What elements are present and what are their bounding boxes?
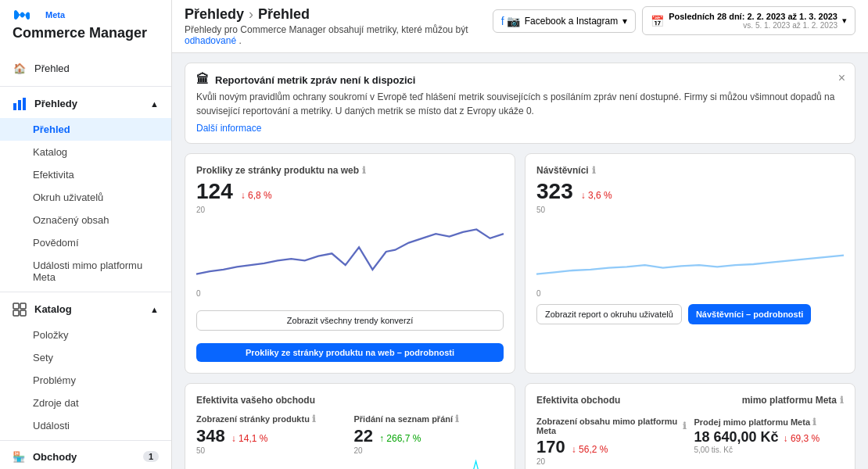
card1-btn2[interactable]: Prokliky ze stránky produktu na web – po…: [196, 343, 504, 362]
card3-sub1-info[interactable]: ℹ: [312, 414, 316, 424]
card2-title: Návštěvníci ℹ: [536, 165, 844, 176]
prehledy-label: Přehledy: [34, 98, 77, 109]
card1-value: 124: [196, 179, 233, 204]
alert-title: 🏛 Reportování metrik zpráv není k dispoz…: [196, 73, 844, 87]
sidebar-item-zdroje[interactable]: Zdroje dat: [0, 392, 171, 414]
card4-sub2-title: Prodej mimo platformu Meta ℹ: [694, 417, 845, 428]
card4-sub1-value: 170: [536, 437, 565, 457]
nav-divider: [0, 86, 171, 87]
card1-title-text: Prokliky ze stránky produktu na web: [196, 165, 359, 176]
fb-ig-icons: f 📷: [501, 15, 520, 27]
sidebar-header: Meta Commerce Manager: [0, 0, 171, 48]
top-bar-right: f 📷 Facebook a Instagram ▾ 📅 Posledních …: [493, 6, 855, 35]
card3-sub2-info[interactable]: ℹ: [455, 414, 459, 424]
sidebar-item-label: Přehled: [34, 63, 70, 74]
card3-sub-metrics: Zobrazení stránky produktu ℹ 348 ↓ 14,1 …: [196, 414, 504, 469]
main-content: Přehledy › Přehled Přehledy pro Commerce…: [172, 0, 868, 469]
meta-text: Meta: [45, 10, 65, 20]
card2-btn2[interactable]: Návštěvníci – podrobnosti: [688, 304, 812, 324]
sidebar-item-povedomí[interactable]: Povědomí: [0, 231, 171, 254]
card3-sub1-sparkline: [196, 455, 346, 469]
sidebar-item-efektivita[interactable]: Efektivita: [0, 163, 171, 186]
svg-rect-0: [13, 103, 16, 110]
content-area: 🏛 Reportování metrik zpráv není k dispoz…: [172, 53, 868, 469]
card3-title: Efektivita vašeho obchodu: [196, 395, 504, 406]
sidebar-item-polozky[interactable]: Položky: [0, 324, 171, 346]
card4-info-icon[interactable]: ℹ: [840, 395, 844, 406]
card3-sub2-y-max: 20: [354, 446, 504, 455]
card4-sub2-sparkline: [694, 454, 845, 469]
alert-close-button[interactable]: ×: [838, 71, 845, 85]
card4-sub1-chart: [536, 466, 687, 469]
grid-icon: [13, 303, 27, 317]
subtitle-text: Přehledy pro Commerce Manager obsahují m…: [185, 24, 468, 35]
alert-text: Kvůli novým pravidlům ochrany soukromí v…: [196, 90, 844, 118]
card4-sub2-title-text: Prodej mimo platformu Meta: [694, 417, 811, 427]
card4-title2: mimo platformu Meta ℹ: [742, 395, 844, 406]
facebook-icon: f: [501, 15, 504, 27]
card2-info-icon[interactable]: ℹ: [592, 165, 596, 176]
card2-title-text: Návštěvníci: [536, 165, 589, 176]
alert-banner: 🏛 Reportování metrik zpráv není k dispoz…: [185, 63, 855, 144]
card4-title-text: Efektivita obchodu: [536, 395, 620, 406]
card3-sub1-value: 348: [196, 426, 225, 446]
sidebar-section-obchody[interactable]: 🏪 Obchody 1: [0, 444, 171, 469]
card3-sub2-delta: ↑ 266,7 %: [379, 433, 421, 444]
card1-y-max: 20: [196, 206, 215, 214]
sidebar-section-prehledy[interactable]: Přehledy ▲: [0, 90, 171, 118]
card3-title-text: Efektivita vašeho obchodu: [196, 395, 315, 406]
obchody-badge: 1: [143, 451, 159, 462]
card2-y-min: 0: [536, 289, 844, 298]
svg-rect-3: [13, 303, 19, 309]
sidebar-item-problemy[interactable]: Problémy: [0, 369, 171, 392]
card4-sub2-chart: [694, 454, 845, 469]
card4-sub1-sparkline: [536, 466, 687, 469]
svg-rect-2: [23, 98, 26, 110]
date-range-button[interactable]: 📅 Posledních 28 dní: 2. 2. 2023 až 1. 3.…: [642, 6, 855, 35]
sidebar-item-katalog[interactable]: Katalog: [0, 141, 171, 163]
fb-ig-filter-button[interactable]: f 📷 Facebook a Instagram ▾: [493, 9, 636, 33]
shop-icon: 🏪: [13, 451, 25, 463]
svg-rect-6: [20, 310, 26, 316]
sidebar-section-katalog[interactable]: Katalog ▲: [0, 295, 171, 324]
fb-ig-chevron: ▾: [622, 16, 627, 27]
sidebar-item-sety[interactable]: Sety: [0, 346, 171, 369]
sidebar-item-udalosti-mimo[interactable]: Události mimo platformu Meta: [0, 254, 171, 288]
card2-sparkline: [536, 220, 844, 283]
subtitle-link[interactable]: odhadované: [185, 35, 236, 46]
card1-actions: Zobrazit všechny trendy konverzí Proklik…: [196, 304, 504, 362]
chart-icon: [13, 97, 27, 111]
breadcrumb-1: Přehledy: [185, 6, 244, 23]
card4-sub2: Prodej mimo platformu Meta ℹ 18 640,00 K…: [694, 417, 845, 469]
sidebar-item-prehled[interactable]: Přehled: [0, 118, 171, 141]
card1-chart: [196, 220, 504, 283]
obchody-label: Obchody: [33, 451, 77, 463]
card2-btn1[interactable]: Zobrazit report o okruhu uživatelů: [536, 304, 682, 324]
sidebar-item-oznaceny[interactable]: Označený obsah: [0, 209, 171, 231]
date-btn-inner: Posledních 28 dní: 2. 2. 2023 až 1. 3. 2…: [669, 12, 838, 30]
top-bar-flex: Přehledy › Přehled Přehledy pro Commerce…: [185, 6, 855, 46]
card1-info-icon[interactable]: ℹ: [362, 165, 366, 176]
card1-btn1[interactable]: Zobrazit všechny trendy konverzí: [196, 310, 504, 331]
card4-sub2-info[interactable]: ℹ: [812, 417, 816, 428]
card3-sub2-title-text: Přidání na seznam přání: [354, 414, 454, 424]
breadcrumb-sep: ›: [249, 6, 253, 23]
app-title: Commerce Manager: [13, 25, 159, 42]
katalog-label: Katalog: [34, 303, 72, 315]
card4-sub2-value: 18 640,00 Kč: [694, 429, 779, 446]
breadcrumb-2: Přehled: [258, 6, 310, 23]
svg-rect-4: [20, 303, 26, 309]
card4-sub1: Zobrazení obsahu mimo platformu Meta ℹ 1…: [536, 417, 687, 469]
date-sub: vs. 5. 1. 2023 až 1. 2. 2023: [669, 21, 838, 30]
alert-icon: 🏛: [196, 73, 209, 87]
top-bar: Přehledy › Přehled Přehledy pro Commerce…: [172, 0, 868, 53]
sidebar-nav: 🏠 Přehled Přehledy ▲ Přehled Katalog Efe…: [0, 48, 171, 469]
alert-link[interactable]: Další informace: [196, 123, 261, 134]
card3-sub1-y-max: 50: [196, 446, 346, 455]
date-chevron: ▾: [842, 16, 847, 26]
fb-ig-label: Facebook a Instagram: [525, 16, 618, 27]
sidebar-item-udalosti[interactable]: Události: [0, 414, 171, 437]
card4-sub1-info[interactable]: ℹ: [683, 421, 687, 431]
sidebar-item-okruh[interactable]: Okruh uživatelů: [0, 186, 171, 209]
sidebar-item-prehled-top[interactable]: 🏠 Přehled: [0, 55, 171, 83]
